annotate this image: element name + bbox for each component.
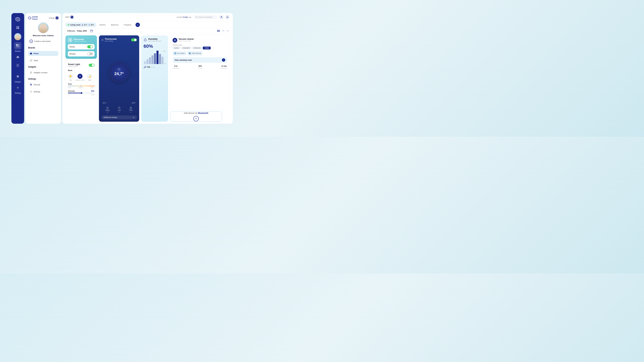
auto-icon [118,107,120,109]
nav-item-gadgets-console[interactable]: Gadgets console [28,70,58,75]
tab-fireplace[interactable]: Fireplace [122,23,134,27]
thermostat-swing[interactable]: Swing off [105,107,110,113]
doc-station-button[interactable]: ⊙ Doc station [172,51,186,55]
svg-rect-41 [219,30,220,31]
stat-power: 94% Power [198,65,202,69]
mode-intensive[interactable]: INTENSIVE [192,46,202,49]
sidebar-avatar[interactable] [14,33,21,40]
mode-standard[interactable]: STANDART [181,46,191,49]
nav-item-security[interactable]: Security [28,82,58,87]
edit-button[interactable]: EDIT ✎ [66,16,73,18]
sidebar-item-gadgets[interactable] [14,73,21,80]
thermostat-toggle[interactable] [131,38,137,41]
bluetooth-icon [68,38,72,42]
add-device-card[interactable]: Add device by Bluetooth + [170,111,222,122]
add-room-button[interactable]: + [136,23,140,27]
mode-label: Mode [68,69,94,71]
create-board-button[interactable]: + Create a new board [28,38,58,44]
sidebar: Boards [12,13,24,124]
svg-rect-34 [82,24,82,25]
svg-point-68 [144,67,144,68]
sidebar-item-boards[interactable] [14,42,21,49]
boards-section-title: Boards [28,46,58,49]
svg-point-25 [30,72,31,72]
sidebar-item-home[interactable] [14,53,21,60]
hum-bar-6 [156,51,158,64]
intensity-slider[interactable] [68,93,94,93]
smart-light-card: Smart Light Control panel Mode ☀️ Day [66,60,97,98]
bluetooth-card: Bluetooth Connected devices Ashley Morga… [66,35,97,59]
svg-line-55 [112,66,113,67]
svg-rect-45 [222,31,224,31]
mode-night[interactable]: 🌙 Night [87,74,92,81]
mode-turbo[interactable]: TURBO [203,46,210,49]
sidebar-logo[interactable] [14,16,21,23]
enlarge-button[interactable]: Enlarge [49,16,58,19]
vacuum-stats: 9 m² Cleaned up 94% Power 11 min Passed … [172,64,227,69]
svg-line-54 [111,69,112,69]
svg-point-27 [30,73,31,73]
user-switch-button[interactable] [219,15,224,19]
settings-section-title: Settings [28,78,58,80]
notification-bell-button[interactable] [225,15,230,19]
user-section: Welcome home, Ashley! [28,22,58,36]
nav-item-home[interactable]: Home [28,51,58,56]
smart-light-title: Smart Light [68,63,80,65]
clean-route-button[interactable]: View cleaning route › [172,57,227,63]
tab-living-room[interactable]: Living room 22°C 56% [66,23,96,27]
tab-kitchen[interactable]: Kitchen [98,23,108,27]
tasks-icon [30,59,32,62]
tone-knob [80,85,82,87]
mode-manual[interactable]: Manual control [76,74,84,81]
smart-light-toggle[interactable] [89,64,94,67]
svg-point-18 [17,87,18,88]
tab-bedroom[interactable]: Bedroom [109,23,120,27]
topbar-icons [219,15,230,19]
date-prev[interactable]: ‹ [66,30,66,32]
device-toggle-morgan[interactable] [87,52,93,55]
additional-settings-label: Additional settings [104,116,117,118]
nav-item-tasks[interactable]: Tasks [28,58,58,63]
start-cleaning-button[interactable]: ▶ Start cleaning [187,51,202,55]
svg-point-28 [31,73,32,73]
device-toggle-ashley[interactable] [87,45,93,48]
svg-marker-20 [29,17,30,19]
thermostat-dial[interactable]: 24,7° [109,62,129,82]
view-row-button[interactable] [226,29,230,32]
humidity-subtitle: Informational panel [148,40,161,42]
settings-icon [30,90,32,93]
sidebar-item-settings[interactable] [14,84,21,91]
sidebar-item-tasks[interactable] [14,62,21,69]
humidity-percent: 60% [144,43,166,49]
sidebar-grid-icon[interactable] [14,24,21,31]
intensity-header: Intensity 50% [68,90,94,92]
search-icon [196,16,198,18]
mode-silent[interactable]: SILENT [172,46,180,49]
brand-text: puzzle house [32,16,38,20]
cards-grid: Bluetooth Connected devices Ashley Morga… [62,33,233,124]
svg-line-64 [125,77,126,78]
view-list-button[interactable] [221,29,225,32]
thermostat-auto[interactable]: Auto on [118,107,121,113]
thermostat-icon [101,39,104,41]
vacuum-title: Vacuum cleaner [178,38,194,40]
mode-icons: ☀️ Day Manual control 🌙 Night [68,73,94,81]
smart-light-header: Smart Light Control panel [68,63,94,67]
vacuum-card: Vacuum cleaner Xiaomi Vacuum Map Choose … [170,35,230,110]
nav-item-settings[interactable]: Settings [28,89,58,94]
humidity-badge: 56% [88,24,94,26]
date-next[interactable]: › [88,30,89,32]
mode-day[interactable]: ☀️ Day [68,74,73,81]
view-grid-button[interactable] [217,29,220,32]
nav-security-label: Security [34,84,40,86]
hum-bar-7 [159,54,161,64]
calendar-icon[interactable] [90,29,93,32]
additional-settings-button[interactable]: Additional settings [101,115,137,119]
thermostat-timer[interactable]: Timer on [129,107,133,113]
svg-line-52 [111,75,112,75]
search-bar[interactable]: Search something... [194,15,217,19]
svg-rect-3 [18,26,19,27]
svg-rect-43 [219,31,220,32]
tone-slider[interactable] [68,86,94,86]
nav-tasks-label: Tasks [34,59,38,61]
